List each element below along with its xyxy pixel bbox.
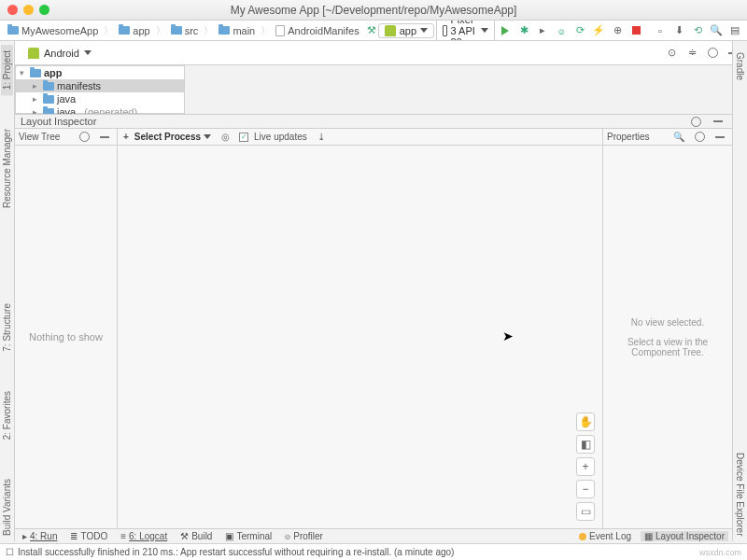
warning-badge-icon [579,533,586,540]
folder-icon [7,26,19,35]
breadcrumb-project[interactable]: MyAwesomeApp [4,25,102,36]
apply-changes-button[interactable]: ⟳ [571,22,588,39]
rail-resource-manager[interactable]: Resource Manager [1,123,13,214]
view-tree-settings-icon[interactable] [76,129,92,146]
zoom-in-button[interactable]: + [576,457,595,476]
rotate-3d-button[interactable]: ◧ [576,435,595,454]
folder-icon [171,26,182,35]
maximize-window-button[interactable] [39,5,49,15]
zoom-fit-button[interactable]: ▭ [576,502,595,521]
breadcrumb-app[interactable]: app [115,25,153,36]
layout-preview-pane[interactable]: + Select Process ◎ ✓ Live updates ⤓ ✋ ◧ … [118,129,603,528]
breadcrumb-separator: 〉 [204,24,213,37]
properties-search-icon[interactable]: 🔍 [670,129,687,146]
crumb-label: main [233,25,255,36]
window-title: My Awesome App [~/Development/repo/MyAwe… [0,4,747,17]
tree-label: app [44,67,63,78]
settings-gear-icon[interactable] [704,45,721,62]
view-tree-hide-icon[interactable] [96,129,113,146]
tree-node-manifests[interactable]: ▸manifests [16,79,184,92]
play-icon [501,26,509,35]
breadcrumb-manifest[interactable]: AndroidManifes [272,25,362,36]
view-mode-label: Android [44,48,79,59]
scroll-from-source-icon[interactable]: ⊙ [663,45,680,62]
debug-button[interactable]: ✱ [515,22,532,39]
tab-terminal[interactable]: ▣ Terminal [221,531,275,541]
run-configuration-selector[interactable]: app [378,23,434,38]
tab-todo[interactable]: ≣ TODO [66,531,111,541]
device-selector[interactable]: Pixel 3 API 29 [436,21,495,41]
stop-button[interactable] [627,22,644,39]
live-updates-label: Live updates [254,132,307,142]
profile-button[interactable]: ⌾ [553,22,570,39]
tree-node-java[interactable]: ▸java [16,92,184,105]
device-label: Pixel 3 API 29 [451,21,477,41]
rail-project[interactable]: 1: Project [1,45,13,95]
project-structure-button[interactable]: ▤ [726,22,743,39]
zoom-controls: ✋ ◧ + − ▭ [576,413,595,521]
properties-hide-icon[interactable] [712,129,728,146]
avd-manager-button[interactable]: ▫ [652,22,669,39]
status-message: Install successfully finished in 210 ms.… [18,547,454,557]
status-bar: ☐ Install successfully finished in 210 m… [0,543,747,560]
select-process-label: Select Process [134,132,201,142]
close-window-button[interactable] [7,5,18,15]
folder-icon [119,26,130,35]
panel-settings-icon[interactable] [687,113,704,130]
tab-event-log[interactable]: Event Log [575,531,635,541]
rail-build-variants[interactable]: Build Variants [1,473,13,541]
sync-gradle-button[interactable]: ⟲ [689,22,706,39]
breadcrumb-separator: 〉 [104,24,113,37]
run-config-label: app [400,25,416,36]
project-view-mode-selector[interactable]: Android [21,46,99,61]
left-tool-rail: 1: Project Resource Manager 7: Structure… [0,41,15,541]
module-icon [30,69,41,77]
search-everywhere-button[interactable]: 🔍 [708,22,725,39]
window-titlebar: My Awesome App [~/Development/repo/MyAwe… [0,0,747,21]
pan-button[interactable]: ✋ [576,413,595,431]
breadcrumb-src[interactable]: src [167,25,203,36]
tab-run[interactable]: ▸ 4: Run [19,531,61,541]
tab-profiler[interactable]: ⌾ Profiler [281,531,327,541]
rail-favorites[interactable]: 2: Favorites [1,385,13,445]
chevron-down-icon [204,134,211,139]
apply-code-button[interactable]: ⚡ [590,22,607,39]
coverage-button[interactable]: ▸ [534,22,551,39]
tab-layout-inspector[interactable]: ▦ Layout Inspector [641,531,728,541]
pane-title: View Tree [19,132,60,142]
chevron-down-icon [481,28,488,33]
rail-device-file-explorer[interactable]: Device File Explorer [734,447,746,541]
sdk-manager-button[interactable]: ⬇ [670,22,687,39]
empty-message: Nothing to show [29,331,103,343]
properties-settings-icon[interactable] [691,129,708,146]
tree-label: java [57,93,76,105]
rail-gradle[interactable]: Gradle [734,47,746,86]
tab-build[interactable]: ⚒ Build [176,531,216,541]
right-tool-rail: Gradle Device File Explorer [732,41,747,541]
minimize-window-button[interactable] [23,5,34,15]
crumb-label: app [133,25,149,36]
breadcrumb-main[interactable]: main [215,25,259,36]
build-hammer-icon[interactable]: ⚒ [367,22,376,39]
run-button[interactable] [497,22,514,39]
stop-icon [632,26,641,35]
chevron-down-icon [420,28,428,33]
select-process-dropdown[interactable]: Select Process [134,132,211,142]
tab-logcat[interactable]: ≡ 6: Logcat [117,531,171,541]
collapse-all-icon[interactable]: ≑ [684,45,700,62]
crumb-label: AndroidManifes [288,25,359,36]
project-tree[interactable]: ▾app ▸manifests ▸java ▸java (generated) [15,65,185,114]
tree-node-app[interactable]: ▾app [16,66,184,79]
zoom-out-button[interactable]: − [576,480,595,498]
export-icon[interactable]: ⤓ [313,129,330,146]
watermark: wsxdn.com [699,548,741,557]
no-view-message: No view selected. [631,317,704,328]
capture-snapshot-icon[interactable]: ◎ [217,129,233,146]
rail-structure[interactable]: 7: Structure [1,298,13,357]
folder-icon [43,95,54,104]
live-updates-checkbox[interactable]: ✓ [239,133,248,142]
panel-hide-icon[interactable] [710,113,726,130]
crumb-label: src [185,25,199,36]
attach-debugger-button[interactable]: ⊕ [609,22,626,39]
view-tree-body: Nothing to show [15,146,117,528]
